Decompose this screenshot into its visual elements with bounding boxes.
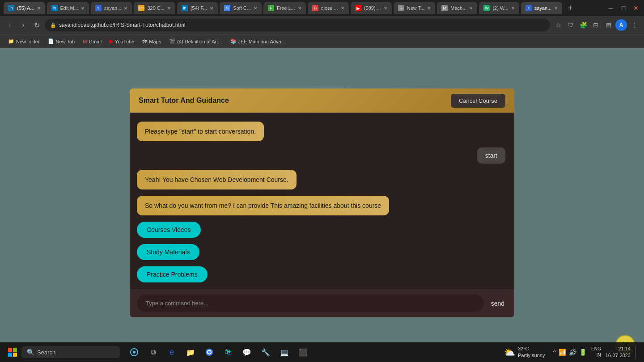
taskbar-search-box[interactable]: 🔍 Search xyxy=(21,346,120,358)
bot-message-1: Please type "start" to start conversatio… xyxy=(137,122,264,141)
taskbar-task-view[interactable]: ⧉ xyxy=(144,343,162,361)
battery-icon[interactable]: 🔋 xyxy=(579,349,587,356)
taskbar-file-explorer[interactable]: 📁 xyxy=(182,343,199,361)
taskbar-edge[interactable]: e xyxy=(163,343,181,361)
tab-favicon: s xyxy=(525,5,532,11)
tab-close-icon[interactable]: ✕ xyxy=(254,6,257,11)
bookmark-jee[interactable]: 📚 JEE Main and Adva... xyxy=(227,36,289,47)
option-courses-videos[interactable]: Courses Videos xyxy=(137,222,201,238)
chevron-up-icon[interactable]: ^ xyxy=(553,349,556,356)
taskbar-icon-10[interactable]: ⬛ xyxy=(294,343,312,361)
address-text: sayandippaul.github.io/IRIS-Smart-Tutor/… xyxy=(59,22,185,28)
brave-shield-icon[interactable]: 🛡 xyxy=(565,21,576,29)
tab-favicon: M xyxy=(441,5,448,11)
taskbar-whatsapp[interactable]: 💬 xyxy=(238,343,256,361)
tab-edit-m[interactable]: in Edit M... ✕ xyxy=(47,2,89,14)
maximize-button[interactable]: □ xyxy=(619,4,628,12)
bookmark-definition[interactable]: 🎬 (4) Definition of Arr... xyxy=(165,36,225,47)
taskbar-chrome[interactable] xyxy=(200,343,218,361)
chat-input[interactable] xyxy=(137,295,484,312)
tab-new-t[interactable]: G New T... ✕ xyxy=(394,2,436,14)
tab-close-icon[interactable]: ✕ xyxy=(37,6,41,11)
taskbar-weather[interactable]: ⛅ 32°C Partly sunny xyxy=(500,344,549,361)
tab-sayan-active[interactable]: s sayan... ✕ xyxy=(521,2,563,14)
gmail-icon: M xyxy=(83,39,87,44)
taskbar-language[interactable]: ENG IN xyxy=(591,346,601,358)
tab-close-icon[interactable]: ✕ xyxy=(554,6,558,11)
tab-youtube-589[interactable]: ▶ (589) ... ✕ xyxy=(351,2,392,14)
taskbar-icon-9[interactable]: 💻 xyxy=(275,343,293,361)
maps-icon: 🗺 xyxy=(142,39,147,44)
show-desktop-button[interactable] xyxy=(635,345,639,359)
chat-widget: Smart Tutor And Guidance Cancel Course P… xyxy=(130,88,514,317)
back-button[interactable]: ‹ xyxy=(4,21,15,29)
tab-favicon: W xyxy=(483,5,490,11)
tab-close-icon[interactable]: ✕ xyxy=(511,6,515,11)
taskbar-clock[interactable]: 21:14 16-07-2023 xyxy=(606,345,631,359)
tab-favicon: in xyxy=(182,5,188,11)
tab-2w[interactable]: W (2) W... ✕ xyxy=(479,2,519,14)
option-study-materials[interactable]: Study Materials xyxy=(137,244,199,260)
minimize-button[interactable]: ─ xyxy=(606,4,615,12)
taskbar-windows-store[interactable]: 🛍 xyxy=(219,343,237,361)
tab-close-icon[interactable]: ✕ xyxy=(81,6,85,11)
window-controls: ─ □ ✕ xyxy=(606,4,640,12)
chat-messages[interactable]: Please type "start" to start conversatio… xyxy=(130,113,514,289)
tab-close-icon[interactable]: ✕ xyxy=(124,6,127,11)
bookmark-new-tab[interactable]: 📄 New Tab xyxy=(44,36,79,47)
lock-icon: 🔒 xyxy=(50,22,56,28)
svg-rect-2 xyxy=(8,353,12,357)
bookmark-gmail[interactable]: M Gmail xyxy=(79,36,105,47)
nav-actions: ☆ 🛡 🧩 ⊟ ▤ A ⋮ xyxy=(553,19,640,31)
refresh-button[interactable]: ↻ xyxy=(31,21,42,29)
option-practice-problems[interactable]: Practice Problems xyxy=(137,266,208,282)
tab-linkedin-55[interactable]: in (55) A... ✕ xyxy=(4,2,45,14)
svg-rect-3 xyxy=(13,353,17,357)
volume-icon[interactable]: 🔊 xyxy=(569,349,576,356)
bookmark-new-folder[interactable]: 📁 New folder xyxy=(4,36,43,47)
taskbar-pinned-items: ⧉ e 📁 🛍 💬 🔧 💻 ⬛ xyxy=(125,343,312,361)
network-icon[interactable]: 📶 xyxy=(559,349,566,356)
taskbar-cortana[interactable] xyxy=(125,343,143,361)
start-button[interactable] xyxy=(5,345,20,359)
profile-button[interactable]: A xyxy=(615,19,627,31)
bookmarks-bar: 📁 New folder 📄 New Tab M Gmail ▶ YouTube… xyxy=(0,34,644,48)
svg-rect-0 xyxy=(8,348,12,352)
close-window-button[interactable]: ✕ xyxy=(631,4,640,12)
split-view-icon[interactable]: ⊟ xyxy=(590,21,601,29)
tab-favicon: G xyxy=(312,5,318,11)
bookmark-star-icon[interactable]: ☆ xyxy=(553,21,564,29)
title-bar: in (55) A... ✕ in Edit M... ✕ s sayan...… xyxy=(0,0,644,16)
tab-sayan-1[interactable]: s sayan... ✕ xyxy=(91,2,132,14)
tab-favicon: in xyxy=(51,5,58,11)
tab-linkedin-54[interactable]: in (54) F... ✕ xyxy=(177,2,218,14)
new-tab-button[interactable]: + xyxy=(564,2,576,14)
send-button[interactable]: send xyxy=(488,300,507,307)
tab-close-icon[interactable]: ✕ xyxy=(469,6,473,11)
tab-soft-c[interactable]: S Soft C... ✕ xyxy=(220,2,262,14)
address-bar[interactable]: 🔒 sayandippaul.github.io/IRIS-Smart-Tuto… xyxy=(45,19,550,31)
bookmark-icon-2: 📚 xyxy=(230,38,237,44)
tab-close-icon[interactable]: ✕ xyxy=(298,6,301,11)
bookmark-youtube[interactable]: ▶ YouTube xyxy=(106,36,138,47)
tab-close-icon[interactable]: ✕ xyxy=(210,6,213,11)
tab-close-icon[interactable]: ✕ xyxy=(341,6,344,11)
svg-point-8 xyxy=(208,351,211,354)
tab-close-icon[interactable]: ✕ xyxy=(384,6,387,11)
cancel-course-button[interactable]: Cancel Course xyxy=(451,94,505,108)
chrome-icon xyxy=(205,348,214,357)
taskbar-icon-8[interactable]: 🔧 xyxy=(257,343,275,361)
sidebar-icon[interactable]: ▤ xyxy=(603,21,614,29)
extensions-icon[interactable]: 🧩 xyxy=(578,21,589,29)
tab-mach[interactable]: M Mach... ✕ xyxy=(437,2,477,14)
tab-320c[interactable]: 320 320 C... ✕ xyxy=(134,2,175,14)
tab-favicon: S xyxy=(224,5,230,11)
menu-button[interactable]: ⋮ xyxy=(629,21,640,29)
forward-button[interactable]: › xyxy=(18,21,29,29)
tab-close[interactable]: G close ... ✕ xyxy=(308,2,349,14)
svg-point-5 xyxy=(133,351,136,354)
tab-free-l[interactable]: F Free L... ✕ xyxy=(263,2,306,14)
tab-close-icon[interactable]: ✕ xyxy=(167,6,171,11)
bookmark-maps[interactable]: 🗺 Maps xyxy=(139,36,165,47)
tab-close-icon[interactable]: ✕ xyxy=(427,6,431,11)
